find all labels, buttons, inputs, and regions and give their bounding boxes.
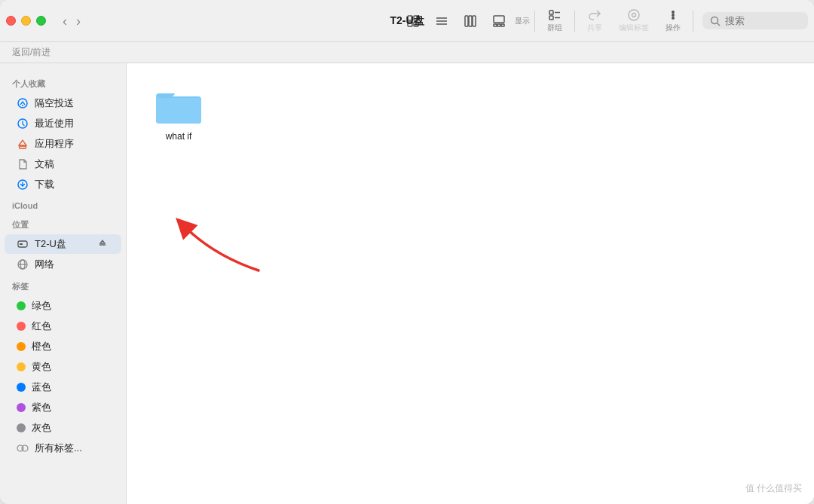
svg-point-25 (18, 99, 27, 108)
svg-point-18 (629, 10, 639, 20)
svg-rect-12 (497, 24, 500, 26)
separator-3 (693, 11, 693, 32)
traffic-lights (6, 16, 46, 26)
search-input[interactable] (725, 15, 800, 26)
blue-dot (17, 383, 26, 392)
toolbar: ‹ › T2-U盘 (0, 0, 814, 42)
close-button[interactable] (6, 16, 16, 26)
back-button[interactable]: ‹ (60, 13, 70, 29)
svg-point-36 (22, 445, 28, 451)
svg-rect-8 (469, 16, 472, 26)
downloads-icon (17, 179, 29, 191)
content-area: what if 值 什么值得买 (127, 63, 814, 504)
actions-button[interactable]: 操作 (658, 5, 688, 36)
svg-rect-13 (501, 24, 504, 26)
view-gallery-button[interactable] (485, 11, 513, 31)
minimize-button[interactable] (21, 16, 31, 26)
sidebar-item-label: 蓝色 (32, 380, 51, 394)
sidebar-item-label: 红色 (32, 319, 51, 333)
view-list-button[interactable] (427, 11, 456, 31)
search-icon (710, 16, 721, 26)
sidebar-item-label: 应用程序 (35, 137, 74, 151)
sidebar-item-label: 所有标签... (35, 441, 82, 455)
network-icon (17, 258, 29, 270)
green-dot (17, 301, 26, 310)
sidebar-item-label: T2-U盘 (35, 237, 66, 251)
sidebar-item-all-tags[interactable]: 所有标签... (5, 438, 121, 458)
group-button[interactable]: 群组 (540, 5, 570, 36)
sidebar-item-label: 黄色 (32, 360, 51, 374)
sidebar-item-label: 橙色 (32, 340, 51, 353)
sidebar-item-applications[interactable]: 应用程序 (5, 134, 121, 154)
svg-rect-10 (494, 16, 504, 23)
eject-button[interactable] (96, 238, 109, 251)
toolbar-right: 显示 群组 共享 (399, 5, 808, 36)
svg-rect-31 (20, 243, 23, 245)
group-label: 群组 (547, 23, 562, 33)
share-label: 共享 (587, 23, 602, 33)
svg-rect-9 (473, 16, 476, 26)
sidebar-item-label: 绿色 (32, 299, 51, 313)
sidebar-item-tag-purple[interactable]: 紫色 (5, 398, 121, 417)
edit-tags-label: 编辑标签 (619, 23, 649, 33)
view-columns-button[interactable] (456, 11, 485, 31)
folder-icon (155, 87, 203, 127)
sidebar-item-label: 隔空投送 (35, 96, 74, 110)
edit-tags-button[interactable]: 编辑标签 (611, 5, 656, 36)
disk-icon (17, 238, 29, 250)
svg-rect-14 (549, 11, 553, 14)
gray-dot (17, 423, 26, 432)
svg-point-20 (672, 11, 674, 13)
sidebar-item-tag-gray[interactable]: 灰色 (5, 418, 121, 438)
svg-point-26 (22, 105, 23, 106)
sidebar-item-tag-orange[interactable]: 橙色 (5, 337, 121, 356)
subtitle-bar: 返回/前进 (0, 42, 814, 63)
sidebar-item-recents[interactable]: 最近使用 (5, 114, 121, 133)
tags-label: 标签 (0, 275, 126, 295)
icloud-label: iCloud (0, 195, 126, 213)
sidebar-item-t2-udisk[interactable]: T2-U盘 (5, 234, 121, 254)
sidebar-item-airdrop[interactable]: 隔空投送 (5, 93, 121, 113)
sidebar-item-network[interactable]: 网络 (5, 255, 121, 274)
sidebar-item-label: 灰色 (32, 421, 51, 435)
back-forward-label[interactable]: 返回/前进 (12, 46, 50, 59)
view-label: 显示 (515, 16, 530, 26)
sidebar-item-tag-red[interactable]: 红色 (5, 316, 121, 336)
separator-1 (534, 11, 535, 32)
folder-item-what-if[interactable]: what if (145, 81, 213, 148)
svg-point-19 (632, 14, 636, 17)
svg-point-21 (672, 14, 674, 16)
svg-rect-15 (549, 16, 553, 20)
applications-icon (17, 138, 29, 150)
sidebar-item-label: 紫色 (32, 401, 51, 414)
sidebar-item-tag-yellow[interactable]: 黄色 (5, 357, 121, 377)
svg-point-23 (711, 17, 718, 23)
svg-line-24 (718, 23, 721, 26)
nav-buttons: ‹ › (60, 13, 84, 29)
folder-label: what if (166, 131, 192, 142)
sidebar: 个人收藏 隔空投送 (0, 63, 127, 504)
share-button[interactable]: 共享 (580, 5, 610, 36)
forward-button[interactable]: › (73, 13, 84, 29)
window-title: T2-U盘 (390, 14, 424, 28)
sidebar-item-tag-blue[interactable]: 蓝色 (5, 377, 121, 397)
recents-icon (17, 118, 29, 130)
sidebar-item-documents[interactable]: 文稿 (5, 154, 121, 174)
actions-label: 操作 (666, 23, 681, 33)
sidebar-item-label: 文稿 (35, 157, 54, 171)
svg-rect-7 (465, 16, 468, 26)
sidebar-item-label: 下载 (35, 178, 54, 191)
finder-window: ‹ › T2-U盘 (0, 0, 814, 504)
yellow-dot (17, 362, 26, 371)
orange-dot (17, 342, 26, 351)
maximize-button[interactable] (36, 16, 46, 26)
sidebar-item-tag-green[interactable]: 绿色 (5, 296, 121, 316)
main-layout: 个人收藏 隔空投送 (0, 63, 814, 504)
watermark: 值 什么值得买 (745, 482, 802, 495)
sidebar-item-downloads[interactable]: 下载 (5, 175, 121, 194)
search-box[interactable] (702, 12, 808, 29)
all-tags-icon (17, 442, 29, 454)
favorites-label: 个人收藏 (0, 72, 126, 93)
red-dot (17, 322, 26, 331)
sidebar-item-label: 网络 (35, 258, 54, 271)
